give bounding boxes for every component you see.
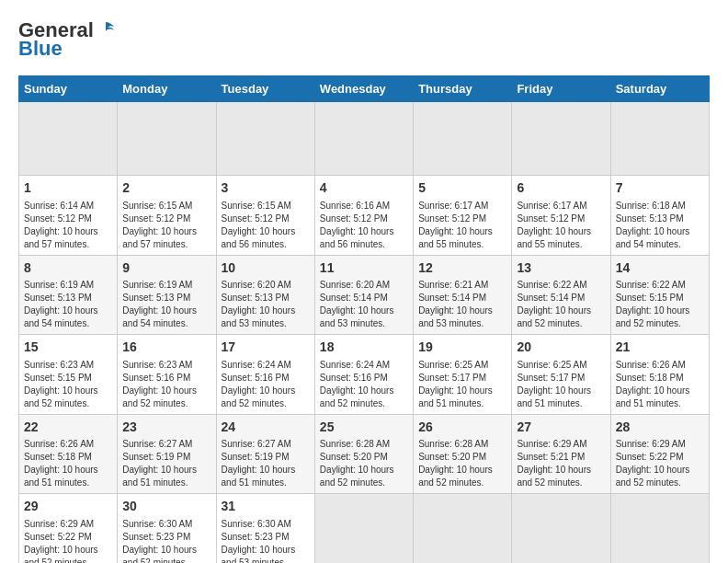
calendar-cell: 15Sunrise: 6:23 AMSunset: 5:15 PMDayligh… bbox=[19, 335, 118, 415]
day-number: 29 bbox=[24, 498, 112, 516]
col-header-tuesday: Tuesday bbox=[216, 76, 314, 102]
col-header-friday: Friday bbox=[512, 76, 610, 102]
calendar-cell bbox=[216, 102, 314, 176]
calendar-cell: 6Sunrise: 6:17 AMSunset: 5:12 PMDaylight… bbox=[512, 176, 610, 256]
calendar-cell: 13Sunrise: 6:22 AMSunset: 5:14 PMDayligh… bbox=[512, 255, 610, 335]
calendar-week-2: 8Sunrise: 6:19 AMSunset: 5:13 PMDaylight… bbox=[19, 255, 710, 335]
col-header-wednesday: Wednesday bbox=[314, 76, 413, 102]
day-number: 3 bbox=[222, 179, 310, 198]
calendar-cell bbox=[414, 102, 512, 176]
day-number: 11 bbox=[320, 259, 408, 278]
day-number: 24 bbox=[222, 419, 310, 437]
calendar-cell: 10Sunrise: 6:20 AMSunset: 5:13 PMDayligh… bbox=[216, 255, 314, 335]
calendar-cell: 26Sunrise: 6:28 AMSunset: 5:20 PMDayligh… bbox=[414, 414, 512, 494]
col-header-monday: Monday bbox=[118, 76, 216, 102]
day-info: Sunrise: 6:29 AMSunset: 5:22 PMDaylight:… bbox=[24, 518, 112, 563]
calendar-cell: 5Sunrise: 6:17 AMSunset: 5:12 PMDaylight… bbox=[414, 176, 512, 256]
day-number: 13 bbox=[517, 259, 605, 278]
calendar-cell: 25Sunrise: 6:28 AMSunset: 5:20 PMDayligh… bbox=[314, 414, 413, 494]
day-info: Sunrise: 6:24 AMSunset: 5:16 PMDaylight:… bbox=[222, 359, 310, 410]
col-header-thursday: Thursday bbox=[414, 76, 512, 102]
calendar-cell bbox=[314, 102, 413, 176]
calendar-cell bbox=[118, 102, 216, 176]
day-number: 17 bbox=[222, 339, 310, 357]
day-info: Sunrise: 6:24 AMSunset: 5:16 PMDaylight:… bbox=[320, 359, 408, 410]
logo: General Blue bbox=[18, 18, 116, 61]
calendar-cell: 31Sunrise: 6:30 AMSunset: 5:23 PMDayligh… bbox=[216, 494, 314, 563]
day-number: 12 bbox=[418, 259, 506, 278]
day-number: 14 bbox=[616, 259, 704, 278]
day-number: 25 bbox=[320, 419, 408, 437]
day-info: Sunrise: 6:19 AMSunset: 5:13 PMDaylight:… bbox=[122, 279, 210, 330]
day-info: Sunrise: 6:28 AMSunset: 5:20 PMDaylight:… bbox=[418, 438, 506, 489]
col-header-saturday: Saturday bbox=[610, 76, 709, 102]
calendar-cell: 24Sunrise: 6:27 AMSunset: 5:19 PMDayligh… bbox=[216, 414, 314, 494]
day-info: Sunrise: 6:20 AMSunset: 5:14 PMDaylight:… bbox=[320, 279, 408, 330]
calendar-cell: 19Sunrise: 6:25 AMSunset: 5:17 PMDayligh… bbox=[414, 335, 512, 415]
day-number: 4 bbox=[320, 179, 408, 198]
calendar-cell: 8Sunrise: 6:19 AMSunset: 5:13 PMDaylight… bbox=[19, 255, 118, 335]
day-info: Sunrise: 6:17 AMSunset: 5:12 PMDaylight:… bbox=[418, 200, 506, 251]
day-info: Sunrise: 6:27 AMSunset: 5:19 PMDaylight:… bbox=[122, 438, 210, 489]
day-info: Sunrise: 6:21 AMSunset: 5:14 PMDaylight:… bbox=[418, 279, 506, 330]
calendar-week-4: 22Sunrise: 6:26 AMSunset: 5:18 PMDayligh… bbox=[19, 414, 710, 494]
day-info: Sunrise: 6:27 AMSunset: 5:19 PMDaylight:… bbox=[222, 438, 310, 489]
day-number: 6 bbox=[517, 179, 605, 198]
calendar-cell: 20Sunrise: 6:25 AMSunset: 5:17 PMDayligh… bbox=[512, 335, 610, 415]
day-number: 20 bbox=[517, 339, 605, 357]
day-info: Sunrise: 6:15 AMSunset: 5:12 PMDaylight:… bbox=[222, 200, 310, 251]
day-number: 1 bbox=[24, 179, 112, 198]
day-info: Sunrise: 6:20 AMSunset: 5:13 PMDaylight:… bbox=[222, 279, 310, 330]
day-info: Sunrise: 6:30 AMSunset: 5:23 PMDaylight:… bbox=[222, 518, 310, 563]
calendar-week-0 bbox=[19, 102, 710, 176]
day-number: 18 bbox=[320, 339, 408, 357]
calendar-cell: 30Sunrise: 6:30 AMSunset: 5:23 PMDayligh… bbox=[118, 494, 216, 563]
calendar-cell bbox=[314, 494, 413, 563]
day-number: 7 bbox=[616, 179, 704, 198]
calendar-cell: 14Sunrise: 6:22 AMSunset: 5:15 PMDayligh… bbox=[610, 255, 709, 335]
logo-bird-icon bbox=[96, 18, 116, 39]
calendar-cell bbox=[512, 494, 610, 563]
day-info: Sunrise: 6:25 AMSunset: 5:17 PMDaylight:… bbox=[517, 359, 605, 410]
day-number: 8 bbox=[24, 259, 112, 278]
day-number: 2 bbox=[122, 179, 210, 198]
calendar-cell: 18Sunrise: 6:24 AMSunset: 5:16 PMDayligh… bbox=[314, 335, 413, 415]
day-info: Sunrise: 6:17 AMSunset: 5:12 PMDaylight:… bbox=[517, 200, 605, 251]
calendar-cell bbox=[610, 494, 709, 563]
day-info: Sunrise: 6:22 AMSunset: 5:15 PMDaylight:… bbox=[616, 279, 704, 330]
day-number: 10 bbox=[222, 259, 310, 278]
calendar-cell: 21Sunrise: 6:26 AMSunset: 5:18 PMDayligh… bbox=[610, 335, 709, 415]
day-number: 5 bbox=[418, 179, 506, 198]
page-header: General Blue bbox=[18, 18, 710, 61]
calendar-cell: 2Sunrise: 6:15 AMSunset: 5:12 PMDaylight… bbox=[118, 176, 216, 256]
day-number: 19 bbox=[418, 339, 506, 357]
calendar-cell: 16Sunrise: 6:23 AMSunset: 5:16 PMDayligh… bbox=[118, 335, 216, 415]
day-info: Sunrise: 6:15 AMSunset: 5:12 PMDaylight:… bbox=[122, 200, 210, 251]
calendar-cell: 9Sunrise: 6:19 AMSunset: 5:13 PMDaylight… bbox=[118, 255, 216, 335]
day-info: Sunrise: 6:18 AMSunset: 5:13 PMDaylight:… bbox=[616, 200, 704, 251]
calendar-cell bbox=[414, 494, 512, 563]
calendar-cell: 4Sunrise: 6:16 AMSunset: 5:12 PMDaylight… bbox=[314, 176, 413, 256]
day-number: 27 bbox=[517, 419, 605, 437]
day-info: Sunrise: 6:14 AMSunset: 5:12 PMDaylight:… bbox=[24, 200, 112, 251]
day-number: 26 bbox=[418, 419, 506, 437]
calendar-cell: 3Sunrise: 6:15 AMSunset: 5:12 PMDaylight… bbox=[216, 176, 314, 256]
calendar-cell: 17Sunrise: 6:24 AMSunset: 5:16 PMDayligh… bbox=[216, 335, 314, 415]
day-info: Sunrise: 6:16 AMSunset: 5:12 PMDaylight:… bbox=[320, 200, 408, 251]
calendar-cell bbox=[610, 102, 709, 176]
day-number: 16 bbox=[122, 339, 210, 357]
day-info: Sunrise: 6:22 AMSunset: 5:14 PMDaylight:… bbox=[517, 279, 605, 330]
day-number: 30 bbox=[122, 498, 210, 516]
day-number: 23 bbox=[122, 419, 210, 437]
day-number: 28 bbox=[616, 419, 704, 437]
day-info: Sunrise: 6:26 AMSunset: 5:18 PMDaylight:… bbox=[24, 438, 112, 489]
day-info: Sunrise: 6:29 AMSunset: 5:22 PMDaylight:… bbox=[616, 438, 704, 489]
day-info: Sunrise: 6:30 AMSunset: 5:23 PMDaylight:… bbox=[122, 518, 210, 563]
calendar-cell: 23Sunrise: 6:27 AMSunset: 5:19 PMDayligh… bbox=[118, 414, 216, 494]
calendar-cell: 7Sunrise: 6:18 AMSunset: 5:13 PMDaylight… bbox=[610, 176, 709, 256]
calendar-cell: 12Sunrise: 6:21 AMSunset: 5:14 PMDayligh… bbox=[414, 255, 512, 335]
calendar-week-1: 1Sunrise: 6:14 AMSunset: 5:12 PMDaylight… bbox=[19, 176, 710, 256]
calendar-cell bbox=[19, 102, 118, 176]
day-info: Sunrise: 6:23 AMSunset: 5:15 PMDaylight:… bbox=[24, 359, 112, 410]
day-number: 21 bbox=[616, 339, 704, 357]
